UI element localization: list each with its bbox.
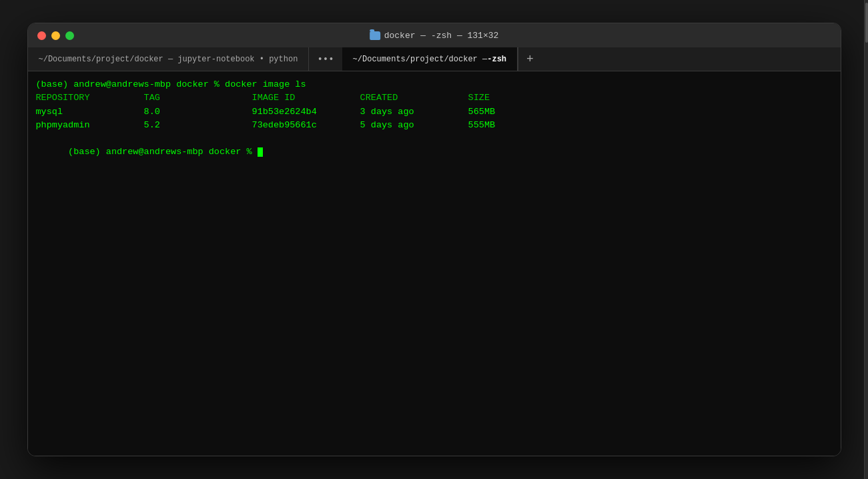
- cursor: [258, 147, 263, 157]
- terminal-line-5: (base) andrew@andrews-mbp docker %: [36, 132, 833, 173]
- tab-jupyter[interactable]: ~/Documents/project/docker — jupyter-not…: [28, 47, 310, 71]
- add-tab-button[interactable]: +: [518, 47, 542, 71]
- maximize-button[interactable]: [65, 31, 74, 40]
- terminal-line-3: mysql 8.0 91b53e2624b4 3 days ago 565MB: [36, 105, 833, 119]
- window-title: docker — -zsh — 131×32: [384, 31, 499, 41]
- tab-jupyter-label: ~/Documents/project/docker — jupyter-not…: [39, 55, 298, 64]
- titlebar-center: docker — -zsh — 131×32: [370, 31, 499, 41]
- close-button[interactable]: [37, 31, 46, 40]
- terminal-line-2: REPOSITORY TAG IMAGE ID CREATED SIZE: [36, 91, 833, 105]
- add-tab-icon: +: [526, 53, 534, 66]
- minimize-button[interactable]: [51, 31, 60, 40]
- tab-zsh-label-bold: -zsh: [487, 55, 506, 64]
- tab-zsh-label-prefix: ~/Documents/project/docker —: [353, 55, 488, 64]
- folder-icon: [370, 31, 380, 40]
- terminal-body[interactable]: (base) andrew@andrews-mbp docker % docke…: [28, 71, 841, 456]
- terminal-window: docker — -zsh — 131×32 ~/Documents/proje…: [27, 23, 841, 456]
- prompt-text: (base) andrew@andrews-mbp docker %: [68, 147, 258, 157]
- tabs-bar: ~/Documents/project/docker — jupyter-not…: [28, 47, 841, 71]
- traffic-lights: [28, 31, 74, 40]
- terminal-line-1: (base) andrew@andrews-mbp docker % docke…: [36, 78, 833, 91]
- tab-zsh[interactable]: ~/Documents/project/docker — -zsh: [342, 47, 518, 71]
- terminal-line-4: phpmyadmin 5.2 73edeb95661c 5 days ago 5…: [36, 119, 833, 132]
- tab-ellipsis: •••: [309, 47, 342, 71]
- titlebar: docker — -zsh — 131×32: [28, 23, 841, 47]
